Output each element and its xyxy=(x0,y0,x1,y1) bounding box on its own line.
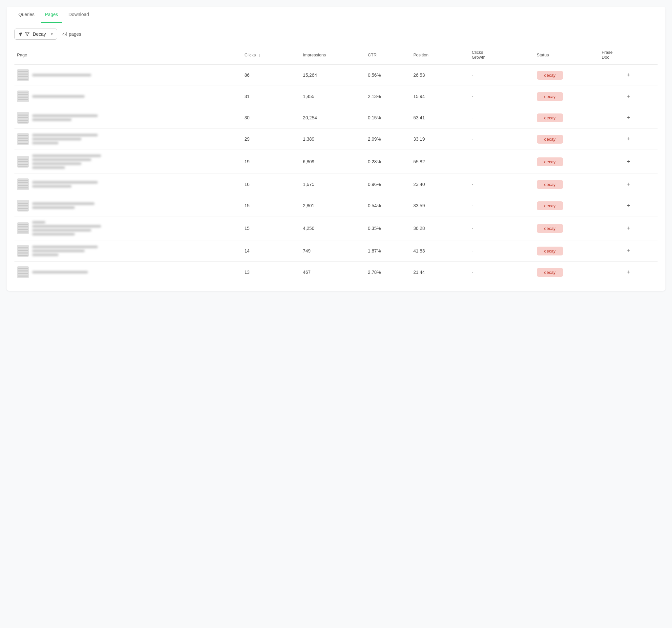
cell-clicks: 14 xyxy=(242,241,300,262)
cell-status: decay xyxy=(534,86,599,107)
page-thumbnail xyxy=(17,200,29,211)
page-text-lines xyxy=(32,202,95,209)
main-container: Queries Pages Download ▼̈ Decay ▾ 44 pag… xyxy=(6,6,666,291)
page-thumbnail xyxy=(17,178,29,190)
cell-position: 53.41 xyxy=(411,107,469,129)
cell-frase-doc: + xyxy=(599,129,657,150)
page-text-lines xyxy=(32,181,98,187)
pages-count: 44 pages xyxy=(62,31,81,37)
cell-frase-doc: + xyxy=(599,86,657,107)
status-badge: decay xyxy=(537,157,563,166)
add-frase-doc-button[interactable]: + xyxy=(624,157,633,166)
table-row: 196,8090.28%55.82-decay+ xyxy=(15,150,657,174)
cell-page xyxy=(15,86,242,107)
cell-ctr: 2.78% xyxy=(365,262,411,283)
cell-ctr: 0.28% xyxy=(365,150,411,174)
page-text-lines xyxy=(32,95,85,98)
cell-status: decay xyxy=(534,174,599,195)
status-badge: decay xyxy=(537,268,563,277)
cell-position: 41.83 xyxy=(411,241,469,262)
cell-clicks-growth: - xyxy=(469,174,534,195)
page-thumbnail xyxy=(17,222,29,234)
cell-status: decay xyxy=(534,107,599,129)
add-frase-doc-button[interactable]: + xyxy=(624,246,633,255)
cell-frase-doc: + xyxy=(599,174,657,195)
col-header-clicks[interactable]: Clicks ↓ xyxy=(242,45,300,65)
table-row: 291,3892.09%33.19-decay+ xyxy=(15,129,657,150)
cell-clicks: 15 xyxy=(242,195,300,217)
add-frase-doc-button[interactable]: + xyxy=(624,201,633,210)
status-badge: decay xyxy=(537,201,563,210)
cell-status: decay xyxy=(534,65,599,86)
cell-status: decay xyxy=(534,195,599,217)
cell-ctr: 2.09% xyxy=(365,129,411,150)
cell-position: 21.44 xyxy=(411,262,469,283)
status-badge: decay xyxy=(537,71,563,80)
col-header-impressions: Impressions xyxy=(300,45,365,65)
funnel-icon xyxy=(25,32,29,36)
tab-download[interactable]: Download xyxy=(65,6,93,23)
page-thumbnail xyxy=(17,245,29,257)
add-frase-doc-button[interactable]: + xyxy=(624,180,633,189)
filter-dropdown[interactable]: ▼̈ Decay ▾ xyxy=(15,28,57,40)
col-header-position: Position xyxy=(411,45,469,65)
cell-page xyxy=(15,65,242,86)
cell-position: 26.53 xyxy=(411,65,469,86)
cell-clicks-growth: - xyxy=(469,86,534,107)
add-frase-doc-button[interactable]: + xyxy=(624,71,633,80)
cell-impressions: 1,389 xyxy=(300,129,365,150)
cell-status: decay xyxy=(534,217,599,241)
cell-clicks-growth: - xyxy=(469,262,534,283)
cell-page xyxy=(15,129,242,150)
col-header-page: Page xyxy=(15,45,242,65)
cell-clicks-growth: - xyxy=(469,150,534,174)
toolbar: ▼̈ Decay ▾ 44 pages xyxy=(6,23,666,45)
cell-frase-doc: + xyxy=(599,65,657,86)
status-badge: decay xyxy=(537,180,563,189)
page-thumbnail xyxy=(17,156,29,168)
cell-clicks-growth: - xyxy=(469,217,534,241)
cell-ctr: 2.13% xyxy=(365,86,411,107)
table-row: 161,6750.96%23.40-decay+ xyxy=(15,174,657,195)
table-row: 8615,2640.56%26.53-decay+ xyxy=(15,65,657,86)
cell-frase-doc: + xyxy=(599,241,657,262)
table-row: 152,8010.54%33.59-decay+ xyxy=(15,195,657,217)
status-badge: decay xyxy=(537,92,563,101)
page-thumbnail xyxy=(17,112,29,124)
page-thumbnail xyxy=(17,69,29,81)
add-frase-doc-button[interactable]: + xyxy=(624,92,633,101)
cell-page xyxy=(15,150,242,174)
page-text-lines xyxy=(32,115,98,121)
add-frase-doc-button[interactable]: + xyxy=(624,134,633,144)
add-frase-doc-button[interactable]: + xyxy=(624,224,633,233)
filter-label: Decay xyxy=(33,31,48,37)
tab-queries[interactable]: Queries xyxy=(15,6,39,23)
add-frase-doc-button[interactable]: + xyxy=(624,113,633,122)
cell-frase-doc: + xyxy=(599,150,657,174)
status-badge: decay xyxy=(537,114,563,122)
cell-position: 33.59 xyxy=(411,195,469,217)
cell-clicks: 30 xyxy=(242,107,300,129)
cell-clicks-growth: - xyxy=(469,129,534,150)
add-frase-doc-button[interactable]: + xyxy=(624,268,633,277)
cell-position: 36.28 xyxy=(411,217,469,241)
filter-icon: ▼̈ xyxy=(19,31,22,37)
col-header-status: Status xyxy=(534,45,599,65)
cell-impressions: 467 xyxy=(300,262,365,283)
status-badge: decay xyxy=(537,135,563,144)
page-text-lines xyxy=(32,271,88,274)
cell-impressions: 15,264 xyxy=(300,65,365,86)
cell-ctr: 1.87% xyxy=(365,241,411,262)
page-text-lines xyxy=(32,221,101,235)
cell-position: 23.40 xyxy=(411,174,469,195)
cell-page xyxy=(15,217,242,241)
page-text-lines xyxy=(32,74,91,76)
cell-frase-doc: + xyxy=(599,262,657,283)
cell-impressions: 4,256 xyxy=(300,217,365,241)
cell-clicks: 86 xyxy=(242,65,300,86)
table-wrapper: Page Clicks ↓ Impressions CTR Position C… xyxy=(6,45,666,291)
col-header-clicks-growth: ClicksGrowth xyxy=(469,45,534,65)
cell-status: decay xyxy=(534,150,599,174)
tab-pages[interactable]: Pages xyxy=(41,6,62,23)
sort-arrow-clicks: ↓ xyxy=(258,52,261,57)
